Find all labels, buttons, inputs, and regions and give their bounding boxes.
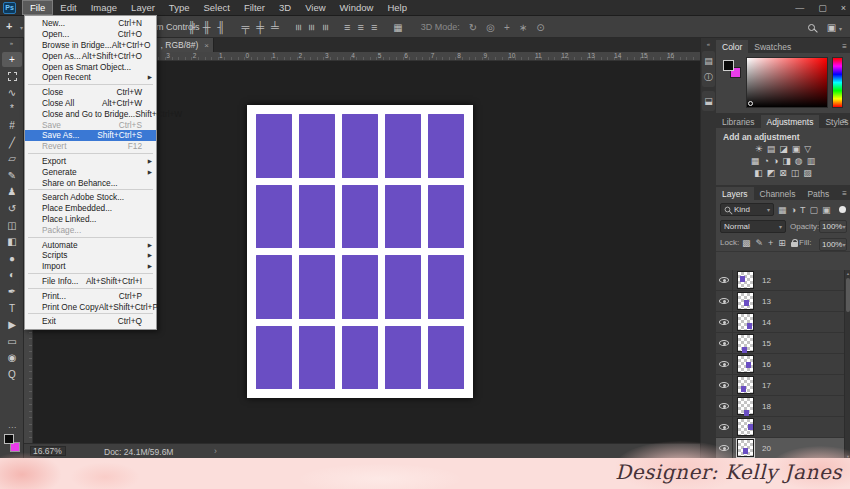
type-tool[interactable]: T	[2, 301, 22, 316]
info-icon[interactable]: ⓘ	[702, 69, 715, 85]
crop-tool[interactable]: #	[2, 118, 22, 133]
lasso-tool[interactable]: ∿	[2, 85, 22, 100]
menu-item-share-on-behance[interactable]: Share on Behance...	[25, 177, 156, 188]
menu-item-package[interactable]: Package...	[25, 224, 156, 235]
foreground-color-swatch[interactable]	[4, 434, 14, 444]
distribute-top-edges-icon[interactable]: ≡	[292, 24, 303, 30]
scrollbar-thumb[interactable]	[846, 278, 850, 312]
path-selection-tool[interactable]: ▶	[2, 318, 22, 333]
eyedropper-tool[interactable]: ╱	[2, 135, 22, 150]
filter-adjustment-layers-icon[interactable]: ◑	[791, 205, 796, 215]
menu-item-import[interactable]: Import▶	[25, 261, 156, 272]
menu-item-search-adobe-stock[interactable]: Search Adobe Stock...	[25, 192, 156, 203]
menu-image[interactable]: Image	[84, 1, 124, 14]
distribute-vertical-centers-icon[interactable]: ≡	[306, 24, 317, 30]
eye-icon[interactable]	[719, 298, 729, 304]
layer-thumbnail[interactable]	[737, 397, 754, 415]
layer-row[interactable]: 12	[716, 270, 844, 291]
color-picker-marker[interactable]	[748, 101, 753, 106]
filter-shape-layers-icon[interactable]: ▢	[809, 205, 818, 215]
visibility-cell[interactable]	[716, 354, 733, 374]
lock-pixels-icon[interactable]: ✎	[756, 238, 764, 248]
menu-item-place-linked[interactable]: Place Linked...	[25, 214, 156, 225]
blur-tool[interactable]: ●	[2, 251, 22, 266]
document[interactable]	[247, 105, 473, 398]
3d-roll-icon[interactable]: ◎	[486, 22, 495, 33]
rectangle-tool[interactable]: ▭	[2, 334, 22, 349]
clone-source-icon[interactable]: ⬓	[702, 93, 715, 109]
clone-stamp-tool[interactable]: ♟	[2, 185, 22, 200]
eye-icon[interactable]	[719, 361, 729, 367]
menu-item-export[interactable]: Export▶	[25, 156, 156, 167]
workspace-switcher-icon[interactable]: ▣ ▾	[827, 22, 842, 33]
menu-item-close-and-go-to-bridge[interactable]: Close and Go to Bridge...Shift+Ctrl+W	[25, 108, 156, 119]
visibility-cell[interactable]	[716, 333, 733, 353]
fill-field[interactable]: 100% ▾	[819, 238, 847, 251]
menu-item-open-as[interactable]: Open As...Alt+Shift+Ctrl+O	[25, 50, 156, 61]
menu-select[interactable]: Select	[196, 1, 236, 14]
layer-row[interactable]: 13	[716, 291, 844, 312]
lock-all-icon[interactable]	[791, 242, 798, 247]
saturation-brightness-field[interactable]	[746, 57, 828, 108]
distribute-bottom-edges-icon[interactable]: ≡	[319, 24, 330, 30]
distribute-right-edges-icon[interactable]: ≡	[371, 22, 377, 33]
layer-row[interactable]: 17	[716, 375, 844, 396]
panel-tab-swatches[interactable]: Swatches	[748, 40, 797, 53]
gradient-map-icon[interactable]: ◫	[791, 168, 800, 178]
panel-menu-icon[interactable]: ≡	[842, 189, 847, 198]
lock-position-icon[interactable]: +	[768, 238, 773, 248]
menu-item-open[interactable]: Open...Ctrl+O	[25, 29, 156, 40]
align-bottom-edges-icon[interactable]: ╧	[271, 22, 279, 33]
dock-collapse-icon[interactable]: «	[701, 38, 716, 47]
align-horizontal-centers-icon[interactable]: ╫	[203, 22, 211, 33]
toolbar-expand-icon[interactable]: »	[0, 40, 23, 46]
3d-scale-icon[interactable]: ⊙	[536, 22, 544, 33]
panel-tab-libraries[interactable]: Libraries	[716, 115, 761, 128]
hue-slider[interactable]	[832, 57, 843, 108]
visibility-cell[interactable]	[716, 417, 733, 437]
menu-item-browse-in-bridge[interactable]: Browse in Bridge...Alt+Ctrl+O	[25, 40, 156, 51]
layer-row[interactable]: 14	[716, 312, 844, 333]
history-icon[interactable]: ▤	[702, 53, 715, 69]
menu-item-print[interactable]: Print...Ctrl+P	[25, 290, 156, 301]
layer-row[interactable]: 15	[716, 333, 844, 354]
levels-icon[interactable]: ▤	[767, 144, 776, 154]
filter-type-layers-icon[interactable]: T	[800, 205, 806, 215]
eye-icon[interactable]	[719, 277, 729, 283]
panel-tab-adjustments[interactable]: Adjustments	[761, 115, 820, 128]
spot-healing-brush-tool[interactable]: ▱	[2, 152, 22, 167]
distribute-left-edges-icon[interactable]: ≡	[344, 22, 350, 33]
current-tool-icon[interactable]: +	[6, 20, 12, 32]
lock-artboard-icon[interactable]: ⊞	[778, 238, 786, 248]
posterize-icon[interactable]: ◩	[767, 168, 776, 178]
opacity-field[interactable]: 100% ▾	[819, 220, 847, 233]
menu-window[interactable]: Window	[333, 1, 381, 14]
zoom-tool[interactable]: Q	[2, 367, 22, 382]
search-icon[interactable]	[808, 24, 815, 31]
eye-icon[interactable]	[719, 424, 729, 430]
menu-item-open-as-smart-object[interactable]: Open as Smart Object...	[25, 61, 156, 72]
eraser-tool[interactable]: ◫	[2, 218, 22, 233]
black-white-icon[interactable]: ◑	[773, 156, 778, 166]
invert-icon[interactable]: ◧	[754, 168, 763, 178]
rectangular-marquee-tool[interactable]	[2, 69, 22, 84]
layer-thumbnail[interactable]	[737, 313, 754, 331]
menu-item-close[interactable]: CloseCtrl+W	[25, 87, 156, 98]
menu-item-place-embedded[interactable]: Place Embedded...	[25, 203, 156, 214]
menu-layer[interactable]: Layer	[124, 1, 162, 14]
layer-thumbnail[interactable]	[737, 292, 754, 310]
channel-mixer-icon[interactable]: ◍	[795, 156, 803, 166]
tab-close-icon[interactable]: ×	[204, 41, 209, 50]
align-right-edges-icon[interactable]: ╢	[218, 22, 226, 33]
panel-foreground-background-swatches[interactable]	[723, 60, 743, 80]
panel-menu-icon[interactable]: ≡	[842, 42, 847, 51]
layer-row[interactable]: 19	[716, 417, 844, 438]
eye-icon[interactable]	[719, 382, 729, 388]
layer-thumbnail[interactable]	[737, 418, 754, 436]
color-lookup-icon[interactable]: ▥	[807, 156, 816, 166]
menu-file[interactable]: File	[22, 0, 53, 15]
panel-tab-paths[interactable]: Paths	[801, 187, 835, 200]
layer-thumbnail[interactable]	[737, 271, 754, 289]
menu-item-save-as[interactable]: Save As...Shift+Ctrl+S	[25, 130, 156, 141]
distribute-spacing-icon[interactable]: ▦	[393, 22, 402, 33]
